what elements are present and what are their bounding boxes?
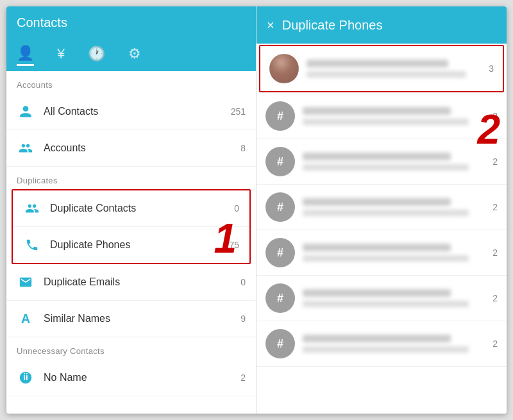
contact-detail-4 — [303, 255, 469, 262]
duplicates-section-label: Duplicates — [6, 167, 256, 189]
all-contacts-count: 251 — [231, 106, 246, 117]
avatar-6: # — [265, 329, 295, 358]
contact-info-2 — [303, 153, 487, 171]
no-name-label: No Name — [44, 372, 240, 383]
duplicate-contacts-label: Duplicate Contacts — [50, 203, 234, 214]
duplicate-contacts-icon — [23, 199, 41, 217]
duplicate-phones-icon — [23, 236, 41, 254]
contact-info-0 — [307, 60, 484, 78]
right-panel: × Duplicate Phones 3 # — [256, 6, 507, 414]
no-name-count: 2 — [240, 373, 246, 383]
contacts-tab-icon[interactable]: 👤 — [17, 45, 34, 66]
contact-item-2[interactable]: # 2 — [256, 139, 507, 185]
avatar-0 — [269, 54, 299, 83]
right-panel-title: Duplicate Phones — [282, 18, 496, 33]
no-name-icon — [17, 369, 35, 387]
contact-detail-0 — [307, 71, 466, 78]
annotation-2: 2 — [477, 109, 500, 150]
contact-detail-2 — [303, 164, 469, 171]
close-button[interactable]: × — [267, 18, 274, 33]
contact-detail-3 — [303, 210, 469, 216]
contact-item-1[interactable]: # 2 — [256, 94, 507, 139]
contact-info-5 — [303, 289, 487, 307]
accounts-item[interactable]: Accounts 8 — [6, 130, 256, 167]
contact-count-5: 2 — [492, 293, 498, 303]
contact-name-1 — [303, 107, 451, 115]
contact-item-4[interactable]: # 2 — [256, 230, 507, 276]
all-contacts-icon — [17, 103, 35, 121]
contact-name-6 — [303, 335, 451, 342]
contact-info-1 — [303, 107, 487, 125]
left-header: Contacts — [6, 6, 256, 39]
contact-info-6 — [303, 335, 487, 353]
avatar-1: # — [265, 101, 295, 131]
annotation-1: 1 — [214, 218, 237, 259]
app-title: Contacts — [17, 15, 67, 29]
duplicate-phones-label: Duplicate Phones — [50, 239, 229, 251]
left-panel: Contacts 👤 ¥ 🕐 ⚙ Accounts All Contacts 2… — [6, 6, 256, 414]
right-header: × Duplicate Phones — [256, 6, 507, 44]
history-tab-icon[interactable]: 🕐 — [88, 46, 105, 65]
avatar-2: # — [265, 147, 295, 176]
contact-item-6[interactable]: # 2 — [256, 321, 507, 367]
avatar-4: # — [265, 238, 295, 267]
tab-bar: 👤 ¥ 🕐 ⚙ — [6, 39, 256, 71]
avatar-3: # — [265, 192, 295, 222]
duplicate-emails-item[interactable]: Duplicate Emails 0 — [6, 264, 256, 301]
accounts-section-label: Accounts — [6, 71, 256, 94]
similar-names-item[interactable]: A Similar Names 9 — [6, 301, 256, 337]
similar-names-count: 9 — [240, 314, 246, 324]
settings-tab-icon[interactable]: ⚙ — [128, 46, 141, 65]
duplicate-emails-icon — [17, 273, 35, 291]
unnecessary-section-label: Unnecessary Contacts — [6, 337, 256, 360]
contact-item-3[interactable]: # 2 — [256, 185, 507, 230]
contact-count-0: 3 — [489, 63, 494, 74]
contact-detail-5 — [303, 301, 469, 307]
avatar-5: # — [265, 283, 295, 313]
filter-tab-icon[interactable]: ¥ — [57, 46, 65, 65]
contact-info-3 — [303, 198, 487, 216]
similar-names-icon: A — [17, 310, 35, 328]
contact-name-2 — [303, 153, 451, 160]
duplicate-emails-count: 0 — [240, 277, 246, 287]
accounts-count: 8 — [240, 143, 246, 153]
accounts-icon — [17, 139, 35, 157]
contact-count-3: 2 — [492, 202, 498, 212]
contact-info-4 — [303, 244, 487, 262]
accounts-label: Accounts — [44, 142, 240, 154]
contact-name-3 — [303, 198, 451, 206]
contact-name-4 — [303, 244, 451, 251]
contact-count-2: 2 — [492, 156, 498, 167]
contact-name-0 — [307, 60, 448, 67]
app-container: Contacts 👤 ¥ 🕐 ⚙ Accounts All Contacts 2… — [6, 6, 507, 414]
no-name-item[interactable]: No Name 2 — [6, 360, 256, 396]
contact-list: 3 # 2 # 2 # — [256, 44, 507, 414]
similar-names-label: Similar Names — [44, 313, 240, 324]
contact-detail-1 — [303, 119, 469, 125]
contact-item-5[interactable]: # 2 — [256, 276, 507, 321]
all-contacts-item[interactable]: All Contacts 251 — [6, 94, 256, 130]
all-contacts-label: All Contacts — [44, 106, 231, 117]
contact-count-4: 2 — [492, 248, 498, 258]
duplicate-contacts-count: 0 — [234, 203, 239, 214]
duplicate-emails-label: Duplicate Emails — [44, 276, 240, 288]
contact-detail-6 — [303, 346, 469, 353]
contact-name-5 — [303, 289, 451, 297]
contact-count-6: 2 — [492, 339, 498, 349]
contact-item-0[interactable]: 3 — [259, 45, 504, 92]
